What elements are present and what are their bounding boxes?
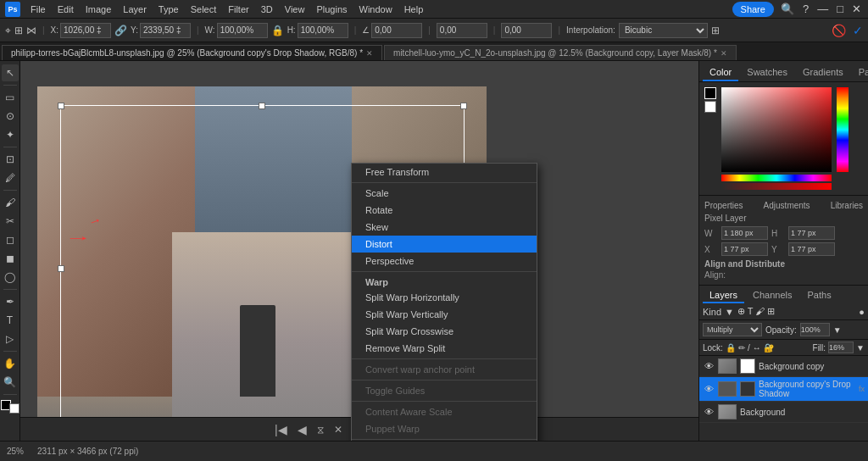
tool-pen[interactable]: ✒ bbox=[2, 293, 19, 310]
menu-filter[interactable]: Filter bbox=[223, 3, 253, 16]
props-tab-adj[interactable]: Adjustments bbox=[764, 201, 810, 210]
color-gradient[interactable] bbox=[721, 87, 832, 172]
minimize-icon[interactable]: — bbox=[815, 1, 830, 17]
hue-bar[interactable] bbox=[721, 175, 832, 181]
menu-3d[interactable]: 3D bbox=[256, 3, 278, 16]
ctx-scale[interactable]: Scale bbox=[352, 185, 537, 202]
ctx-convert-warp-anchor[interactable]: Convert warp anchor point bbox=[352, 361, 537, 378]
lock-pos-icon[interactable]: 🔒 bbox=[726, 343, 736, 353]
opacity-input[interactable] bbox=[800, 323, 830, 336]
nav-prev-icon[interactable]: ◀ bbox=[298, 423, 307, 436]
nav-warp-frame-icon[interactable]: ⧖ bbox=[317, 424, 324, 436]
ctx-split-warp-v[interactable]: Split Warp Vertically bbox=[352, 306, 537, 323]
lock-draw-icon[interactable]: ✏ bbox=[738, 343, 745, 353]
cancel-transform-icon[interactable]: 🚫 bbox=[832, 24, 846, 37]
ctx-split-warp-c[interactable]: Split Warp Crosswise bbox=[352, 323, 537, 340]
tab-close-0[interactable]: ✕ bbox=[366, 49, 373, 58]
layer-bg-copy[interactable]: 👁 Background copy bbox=[699, 356, 868, 377]
menu-file[interactable]: File bbox=[25, 3, 51, 16]
lock-pixel-icon[interactable]: / bbox=[748, 343, 750, 353]
rtab-patterns[interactable]: Patterns bbox=[852, 64, 868, 81]
tool-hand[interactable]: ✋ bbox=[2, 355, 19, 372]
rtab-gradients[interactable]: Gradients bbox=[796, 64, 850, 81]
bg-color-swatch[interactable] bbox=[704, 101, 716, 113]
ctx-rotate[interactable]: Rotate bbox=[352, 202, 537, 219]
v-input[interactable] bbox=[501, 23, 552, 38]
layers-filter-toggle[interactable]: ● bbox=[859, 307, 865, 317]
menu-plugins[interactable]: Plugins bbox=[311, 3, 352, 16]
tool-blur[interactable]: ◯ bbox=[2, 269, 19, 286]
tool-gradient[interactable]: ◼ bbox=[2, 250, 19, 267]
prop-h-input[interactable] bbox=[788, 226, 835, 240]
layer-vis-2[interactable]: 👁 bbox=[703, 407, 715, 417]
h-input[interactable] bbox=[298, 23, 348, 38]
props-tab-lib[interactable]: Libraries bbox=[831, 201, 863, 210]
blend-mode-select[interactable]: Multiply Normal Screen Overlay bbox=[703, 323, 762, 336]
tool-shape[interactable]: ▷ bbox=[2, 330, 19, 347]
ctx-content-aware-scale[interactable]: Content Aware Scale bbox=[352, 403, 537, 420]
handle-tl[interactable] bbox=[58, 103, 64, 109]
tab-1[interactable]: mitchell-luo-ymo_yC_N_2o-unsplash.jpg @ … bbox=[384, 45, 737, 60]
canvas-area[interactable]: → → Free Transform Scale Rotate Skew Dis… bbox=[20, 61, 698, 441]
tool-eyedropper[interactable]: 🖉 bbox=[2, 169, 19, 186]
h2-input[interactable] bbox=[437, 23, 487, 38]
layer-vis-0[interactable]: 👁 bbox=[703, 361, 715, 371]
ctx-perspective[interactable]: Perspective bbox=[352, 253, 537, 269]
tab-0[interactable]: philipp-torres-bGajBlcmbL8-unsplash.jpg … bbox=[2, 45, 382, 60]
menu-image[interactable]: Image bbox=[81, 3, 117, 16]
tab-close-1[interactable]: ✕ bbox=[721, 49, 727, 58]
menu-window[interactable]: Window bbox=[354, 3, 398, 16]
ltab-paths[interactable]: Paths bbox=[801, 288, 838, 303]
ctx-distort[interactable]: Distort bbox=[352, 236, 537, 253]
prop-y-input[interactable] bbox=[788, 242, 835, 256]
tool-text[interactable]: T bbox=[2, 312, 19, 329]
x-input[interactable] bbox=[60, 23, 111, 38]
maximize-icon[interactable]: □ bbox=[835, 1, 845, 17]
ctx-skew[interactable]: Skew bbox=[352, 219, 537, 236]
search-icon[interactable]: 🔍 bbox=[779, 1, 796, 17]
rtab-swatches[interactable]: Swatches bbox=[740, 64, 794, 81]
prop-w-input[interactable] bbox=[721, 226, 768, 240]
nav-cancel-icon[interactable]: ✕ bbox=[334, 424, 342, 436]
layer-background[interactable]: 👁 Background bbox=[699, 402, 868, 423]
ctx-remove-warp-split[interactable]: Remove Warp Split bbox=[352, 340, 537, 357]
menu-help[interactable]: Help bbox=[399, 3, 429, 16]
tool-marquee[interactable]: ▭ bbox=[2, 89, 19, 106]
tool-lasso[interactable]: ⊙ bbox=[2, 108, 19, 125]
lock-all-icon[interactable]: 🔐 bbox=[764, 343, 774, 353]
ltab-channels[interactable]: Channels bbox=[746, 288, 798, 303]
close-icon[interactable]: ✕ bbox=[850, 1, 863, 17]
help-icon[interactable]: ? bbox=[801, 1, 810, 17]
ctx-puppet-warp[interactable]: Puppet Warp bbox=[352, 420, 537, 437]
y-input[interactable] bbox=[140, 23, 191, 38]
menu-type[interactable]: Type bbox=[153, 3, 184, 16]
prop-x-input[interactable] bbox=[721, 242, 768, 256]
ltab-layers[interactable]: Layers bbox=[703, 288, 744, 303]
ctx-split-warp-h[interactable]: Split Warp Horizontally bbox=[352, 289, 537, 306]
share-button[interactable]: Share bbox=[732, 2, 774, 17]
ctx-free-transform[interactable]: Free Transform bbox=[352, 164, 537, 181]
menu-view[interactable]: View bbox=[280, 3, 310, 16]
interpolation-select[interactable]: Bicubic Bilinear Nearest Neighbor bbox=[619, 23, 708, 38]
tool-crop[interactable]: ⊡ bbox=[2, 151, 19, 168]
rtab-color[interactable]: Color bbox=[703, 64, 738, 81]
tool-zoom[interactable]: 🔍 bbox=[2, 374, 19, 391]
handle-tr[interactable] bbox=[460, 103, 467, 109]
menu-edit[interactable]: Edit bbox=[53, 3, 79, 16]
hue-spectrum-vertical[interactable] bbox=[837, 87, 849, 172]
ctx-toggle-guides[interactable]: Toggle Guides bbox=[352, 382, 537, 399]
tool-clone[interactable]: ✂ bbox=[2, 213, 19, 230]
layer-vis-1[interactable]: 👁 bbox=[703, 384, 715, 394]
w-input[interactable] bbox=[217, 23, 268, 38]
background-color[interactable] bbox=[9, 403, 19, 414]
nav-start-icon[interactable]: |◀ bbox=[275, 423, 287, 436]
fill-input[interactable] bbox=[828, 342, 854, 353]
alpha-bar[interactable] bbox=[721, 183, 832, 190]
tool-magic-wand[interactable]: ✦ bbox=[2, 126, 19, 143]
fg-color-swatch[interactable] bbox=[704, 87, 716, 99]
commit-transform-icon[interactable]: ✓ bbox=[853, 24, 863, 37]
tool-eraser[interactable]: ◻ bbox=[2, 231, 19, 248]
tool-move[interactable]: ↖ bbox=[2, 64, 19, 81]
lock-move-icon[interactable]: ↔ bbox=[753, 343, 761, 353]
angle-input[interactable] bbox=[371, 23, 422, 38]
